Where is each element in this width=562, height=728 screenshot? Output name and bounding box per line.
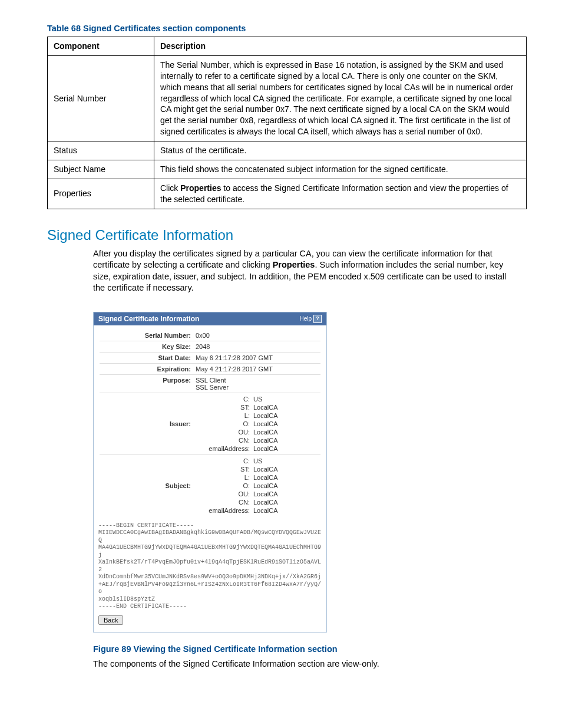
cell-description: The Serial Number, which is expressed in…: [154, 55, 527, 141]
dn-value: LocalCA: [253, 490, 278, 498]
serial-label: Serial Number:: [100, 332, 196, 339]
help-link[interactable]: Help ?: [299, 315, 322, 323]
dn-value: LocalCA: [253, 445, 278, 452]
cell-description: This field shows the concatenated subjec…: [154, 160, 527, 179]
section-body: After you display the certificates signe…: [93, 248, 515, 294]
bold-text: Properties: [180, 183, 221, 193]
issuer-label: Issuer:: [100, 395, 196, 453]
dn-row: O:LocalCA: [196, 420, 320, 428]
keysize-value: 2048: [196, 343, 210, 350]
issuer-block: Issuer: C:USST:LocalCAL:LocalCAO:LocalCA…: [100, 393, 320, 455]
cell-component: Serial Number: [48, 55, 154, 141]
dn-row: CN:LocalCA: [196, 498, 320, 506]
dn-value: LocalCA: [253, 420, 278, 427]
dn-key: O:: [196, 482, 253, 489]
cell-component: Properties: [48, 179, 154, 209]
figure-caption: Figure 89 Viewing the Signed Certificate…: [93, 644, 527, 654]
exp-value: May 4 21:17:28 2017 GMT: [196, 365, 273, 373]
dn-row: OU:LocalCA: [196, 490, 320, 498]
serial-value: 0x00: [196, 332, 210, 339]
dn-row: C:US: [196, 395, 320, 403]
signed-cert-info-panel: Signed Certificate Information Help ? Se…: [93, 312, 327, 633]
dn-value: US: [253, 396, 262, 403]
cell-description: Status of the certificate.: [154, 141, 527, 160]
dn-value: LocalCA: [253, 404, 278, 411]
table-row: Properties Click Properties to access th…: [48, 179, 527, 209]
dn-row: emailAddress:LocalCA: [196, 444, 320, 453]
table-row: Subject Name This field shows the concat…: [48, 160, 527, 179]
cell-component: Subject Name: [48, 160, 154, 179]
dn-key: L:: [196, 474, 253, 481]
subject-label: Subject:: [100, 457, 196, 515]
dn-value: LocalCA: [253, 507, 278, 514]
dn-key: OU:: [196, 490, 253, 498]
help-icon: ?: [313, 315, 322, 323]
cell-component: Status: [48, 141, 154, 160]
dn-key: L:: [196, 412, 253, 419]
table-caption: Table 68 Signed Certificates section com…: [47, 24, 527, 33]
dn-key: C:: [196, 396, 253, 403]
dn-key: OU:: [196, 429, 253, 436]
dn-key: CN:: [196, 499, 253, 506]
pem-block: -----BEGIN CERTIFICATE----- MIIEWDCCA0Cg…: [94, 519, 326, 613]
dn-row: CN:LocalCA: [196, 436, 320, 444]
dn-row: L:LocalCA: [196, 473, 320, 482]
col-component: Component: [48, 37, 154, 56]
info-grid: Serial Number: 0x00 Key Size: 2048 Start…: [94, 325, 326, 519]
components-table: Component Description Serial Number The …: [47, 37, 527, 209]
dn-row: ST:LocalCA: [196, 403, 320, 411]
section-heading: Signed Certificate Information: [47, 227, 527, 243]
dn-row: OU:LocalCA: [196, 428, 320, 436]
keysize-label: Key Size:: [100, 343, 196, 350]
dn-key: emailAddress:: [196, 445, 253, 452]
dn-key: CN:: [196, 437, 253, 444]
post-figure-text: The components of the Signed Certificate…: [93, 658, 515, 670]
dn-value: LocalCA: [253, 466, 278, 473]
dn-row: ST:LocalCA: [196, 465, 320, 473]
exp-label: Expiration:: [100, 365, 196, 373]
table-row: Status Status of the certificate.: [48, 141, 527, 160]
dn-value: LocalCA: [253, 412, 278, 419]
purpose-value: SSL Client SSL Server: [196, 377, 229, 391]
dn-key: ST:: [196, 466, 253, 473]
dn-value: LocalCA: [253, 474, 278, 481]
dn-value: LocalCA: [253, 437, 278, 444]
dn-value: US: [253, 457, 262, 465]
panel-title: Signed Certificate Information: [98, 315, 199, 323]
help-label: Help: [299, 315, 312, 322]
subject-block: Subject: C:USST:LocalCAL:LocalCAO:LocalC…: [100, 455, 320, 516]
dn-row: L:LocalCA: [196, 411, 320, 420]
dn-key: C:: [196, 457, 253, 465]
col-description: Description: [154, 37, 527, 56]
start-value: May 6 21:17:28 2007 GMT: [196, 354, 273, 361]
dn-value: LocalCA: [253, 499, 278, 506]
bold-text: Properties: [273, 260, 315, 269]
text: SSL Client: [196, 377, 229, 384]
text: Click: [160, 183, 180, 193]
table-row: Serial Number The Serial Number, which i…: [48, 55, 527, 141]
back-button[interactable]: Back: [98, 615, 123, 625]
dn-key: O:: [196, 420, 253, 427]
cell-description: Click Properties to access the Signed Ce…: [154, 179, 527, 209]
dn-value: LocalCA: [253, 482, 278, 489]
dn-key: emailAddress:: [196, 507, 253, 514]
text: SSL Server: [196, 384, 229, 391]
purpose-label: Purpose:: [100, 377, 196, 391]
dn-value: LocalCA: [253, 429, 278, 436]
dn-row: C:US: [196, 457, 320, 465]
dn-row: emailAddress:LocalCA: [196, 506, 320, 515]
start-label: Start Date:: [100, 354, 196, 361]
dn-row: O:LocalCA: [196, 482, 320, 490]
dn-key: ST:: [196, 404, 253, 411]
panel-header: Signed Certificate Information Help ?: [94, 312, 326, 325]
